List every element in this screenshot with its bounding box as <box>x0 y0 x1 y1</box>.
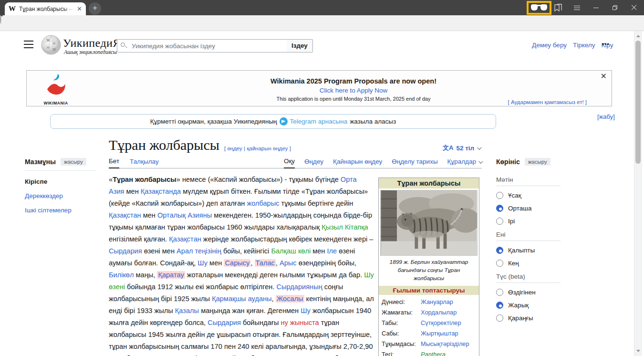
radio-icon[interactable] <box>496 218 503 225</box>
article-link[interactable]: жолбарыс <box>247 199 279 207</box>
appearance-option-Жарық[interactable]: Жарық <box>496 302 561 309</box>
scrollbar-down-icon[interactable] <box>636 350 640 352</box>
close-icon <box>631 5 637 10</box>
browser-menu-button[interactable] <box>569 0 585 15</box>
article-link[interactable]: Жосалы <box>276 295 304 303</box>
toc-item[interactable]: Ішкі сілтемелер <box>25 207 96 214</box>
article-tab-Құралдар[interactable]: Құралдар <box>447 157 482 168</box>
article-text: мен <box>141 211 157 219</box>
article-link[interactable]: Сарысу <box>224 259 250 267</box>
new-tab-button[interactable]: + <box>89 2 101 15</box>
banner-translate-link[interactable]: [ Аудармамен қамтамасыз ет! ] <box>508 99 587 105</box>
radio-icon[interactable] <box>496 205 503 212</box>
close-window-button[interactable] <box>626 0 642 15</box>
search-button[interactable]: Іздеу <box>287 39 313 52</box>
article-link[interactable]: Балқаш көлі <box>271 247 311 255</box>
browser-tab[interactable]: W Тұран жолбарысы — У ✕ <box>5 2 86 15</box>
article-tab-Бет[interactable]: Бет <box>109 157 119 168</box>
article-link[interactable]: Қармақшы ауданы <box>212 295 271 303</box>
article-link[interactable]: Шу <box>301 307 311 314</box>
minimize-button[interactable] <box>588 0 604 15</box>
article-link[interactable]: Сырдария <box>208 319 241 326</box>
radio-icon[interactable] <box>496 314 503 322</box>
banner-close-icon[interactable]: ✕ <box>601 72 607 81</box>
appearance-option-Өздігінен[interactable]: Өздігінен <box>496 289 561 296</box>
article-link[interactable]: Қызыл Кітапқа <box>322 223 368 231</box>
infobox-rows: Дүниесі:ЖануарларЖамағаты:ХордалыларТабы… <box>379 295 479 356</box>
toc-item[interactable]: Дереккөздер <box>25 192 96 199</box>
scrollbar-up-icon[interactable] <box>636 35 640 37</box>
article-link[interactable]: Қазақстан <box>109 211 141 219</box>
appearance-option-Кең[interactable]: Кең <box>496 260 561 267</box>
appearance-hide-button[interactable]: жасыру <box>525 158 551 166</box>
article-tab-Өңделу тарихы[interactable]: Өңделу тарихы <box>392 157 437 168</box>
radio-icon[interactable] <box>496 260 503 267</box>
article-link[interactable]: Сырдария <box>109 247 142 255</box>
article-link[interactable]: Қазақстан <box>169 235 201 243</box>
article-tab-Оқу[interactable]: Оқу <box>284 157 295 168</box>
header-more-icon[interactable]: ••• <box>602 41 610 48</box>
collections-icon[interactable] <box>553 4 563 12</box>
appearance-option-Ірі[interactable]: Ірі <box>496 218 561 225</box>
toc-hide-button[interactable]: жасыру <box>61 158 86 166</box>
radio-icon[interactable] <box>496 247 503 254</box>
banner-title: Wikimania 2025 Program Proposals are now… <box>120 77 587 85</box>
svg-text:维: 维 <box>52 48 56 52</box>
telegram-link[interactable]: Telegram арнасына <box>290 118 348 125</box>
toc-item[interactable]: Кіріспе <box>25 178 96 185</box>
infobox-value-link[interactable]: Жануарлар <box>421 297 453 307</box>
banner-apply-link[interactable]: Click here to Apply Now <box>120 87 587 94</box>
article-link[interactable]: Шу <box>197 259 208 267</box>
appearance-option-Қалыпты[interactable]: Қалыпты <box>496 247 561 254</box>
article-text: « <box>109 176 113 183</box>
radio-icon[interactable] <box>496 289 503 296</box>
article-link[interactable]: Арал теңізінің <box>177 247 221 255</box>
reload-icon[interactable] <box>0 15 1 24</box>
article-tab-Талқылау[interactable]: Талқылау <box>130 157 159 168</box>
article-link[interactable]: Талас <box>255 259 276 267</box>
banner-hide-link[interactable]: [жабу] <box>597 113 615 120</box>
header-link[interactable]: Демеу беру <box>532 42 567 49</box>
article-link[interactable]: Қазақстанда <box>141 188 181 195</box>
infobox-value-link[interactable]: Жыртқыштар <box>421 328 458 339</box>
radio-icon[interactable] <box>496 302 503 309</box>
article-tab-Өңдеу[interactable]: Өңдеу <box>304 157 323 168</box>
article-link[interactable]: ну жыныста <box>281 319 319 326</box>
infobox-value-link[interactable]: Сүтқоректілер <box>421 318 461 328</box>
appearance-option-Ұсақ[interactable]: Ұсақ <box>496 192 561 199</box>
restore-button[interactable] <box>607 0 623 15</box>
wikipedia-wordmark[interactable]: УикипедиЯ <box>63 37 121 50</box>
article-link[interactable]: Арыс <box>280 259 297 267</box>
infobox-value-link[interactable]: Мысықтәрізділер <box>421 339 469 349</box>
article-text: , <box>272 295 276 303</box>
tab-close-icon[interactable]: ✕ <box>77 5 82 12</box>
appearance-option-Қараңғы[interactable]: Қараңғы <box>496 314 561 322</box>
article-link[interactable]: Қаратау <box>157 271 185 279</box>
scrollbar-thumb[interactable] <box>635 41 641 164</box>
title-edit-links[interactable]: [ өңдеу | қайнарын өңдеу ] <box>224 146 291 151</box>
appearance-group-label: Түс (beta) <box>496 273 561 283</box>
header-link[interactable]: Тіркелу <box>573 42 595 49</box>
article-text: маңында жан қиған. Дегенмен <box>199 307 301 314</box>
appearance-option-Орташа[interactable]: Орташа <box>496 205 561 212</box>
infobox-value-link[interactable]: Panthera <box>421 349 446 356</box>
article-tab-Қайнарын өңдеу[interactable]: Қайнарын өңдеу <box>333 157 382 168</box>
article-text: бойы, кейінгісі <box>221 247 271 255</box>
infobox-row: Табы:Сүтқоректілер <box>382 318 476 328</box>
article-link[interactable]: Іле <box>327 247 337 255</box>
article-link[interactable]: Орталық Азияны <box>157 211 212 219</box>
tiger-photo[interactable] <box>380 190 478 256</box>
article-link[interactable]: Сырдарияның <box>277 283 322 291</box>
radio-icon[interactable] <box>496 192 503 199</box>
article-text: мен <box>311 247 327 255</box>
article-link[interactable]: Билікөл <box>109 271 134 279</box>
article-text: өзені мен <box>142 247 177 255</box>
svg-text:И: И <box>53 42 55 45</box>
article-link[interactable]: Қазалы <box>175 307 199 314</box>
wikipedia-globe-logo[interactable]: W И Ω 维 <box>41 35 61 57</box>
wiki-menu-button[interactable] <box>24 41 33 48</box>
article-tabs-left: БетТалқылау <box>109 157 159 168</box>
search-input[interactable]: Уикипедия жобасынан іздеу <box>117 39 287 52</box>
language-selector[interactable]: 文А 52 тіл <box>443 144 480 152</box>
infobox-value-link[interactable]: Хордалылар <box>421 307 457 318</box>
